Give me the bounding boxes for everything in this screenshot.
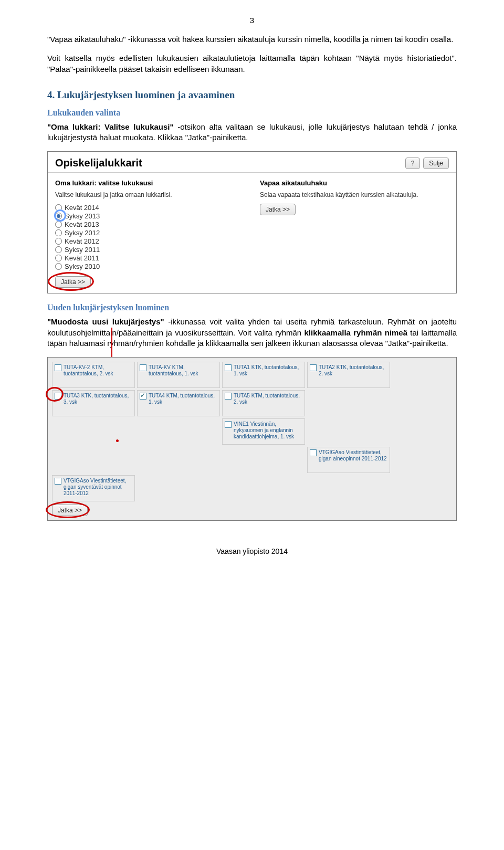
page-number: 3: [47, 16, 457, 25]
red-dot-annotation: [116, 439, 119, 442]
radio-label: Syksy 2010: [65, 263, 100, 270]
group-label[interactable]: VTGIGAao Viestintätieteet, gigan aineopi…: [319, 449, 387, 470]
group-cell: [222, 475, 305, 501]
group-cell[interactable]: VTGIGAao Viestintätieteet, gigan aineopi…: [307, 447, 390, 473]
radio-label: Kevät 2013: [65, 221, 99, 228]
radio-label: Kevät 2012: [65, 237, 99, 245]
radio-icon[interactable]: [55, 238, 62, 245]
section-4-heading: 4. Lukujärjestyksen luominen ja avaamine…: [47, 89, 457, 101]
jatka-button-2[interactable]: Jatka >>: [52, 505, 88, 516]
sub2-bold1: "Muodosta uusi lukujärjestys": [47, 317, 164, 326]
group-cell: [52, 418, 135, 445]
page-footer: Vaasan yliopisto 2014: [47, 547, 457, 555]
intro-paragraph-2: Voit katsella myös edellisten lukukausie…: [47, 53, 457, 75]
checkbox-icon[interactable]: [140, 364, 146, 371]
ss1-col1-desc: Valitse lukukausi ja jatka omaan lukkari…: [55, 191, 244, 198]
group-label[interactable]: VTGIGAso Viestintätieteet, gigan syventä…: [64, 478, 132, 499]
ss1-col1-header: Oma lukkari: valitse lukukausi: [55, 179, 244, 187]
semester-radio[interactable]: Syksy 2013: [55, 212, 244, 220]
sub1-paragraph: "Oma lukkari: Valitse lukukausi" -otsiko…: [47, 122, 457, 143]
group-label[interactable]: TUTA-KV KTM, tuotantotalous, 1. vsk: [149, 364, 217, 385]
group-cell: [222, 447, 305, 473]
group-cell: [137, 418, 220, 445]
radio-icon[interactable]: [55, 213, 62, 219]
semester-radio[interactable]: Syksy 2011: [55, 246, 244, 254]
ss1-title: Opiskelijalukkarit: [55, 157, 142, 169]
jatka-button-1[interactable]: Jatka >>: [55, 276, 91, 288]
help-button[interactable]: ?: [405, 158, 421, 169]
checkbox-icon[interactable]: [310, 364, 317, 371]
radio-label: Kevät 2011: [65, 254, 99, 262]
radio-icon[interactable]: [55, 246, 62, 253]
group-cell[interactable]: VTGIGAso Viestintätieteet, gigan syventä…: [52, 475, 135, 501]
radio-icon[interactable]: [55, 229, 62, 236]
subsection-lukukauden-valinta: Lukukauden valinta: [47, 108, 457, 118]
group-cell: [307, 390, 390, 416]
radio-label: Kevät 2014: [65, 204, 99, 212]
radio-label: Syksy 2013: [65, 212, 100, 220]
group-cell: [137, 475, 220, 501]
checkbox-icon[interactable]: [225, 421, 232, 428]
group-cell[interactable]: TUTA-KV-2 KTM, tuotantotalous, 2. vsk: [52, 362, 135, 388]
group-label[interactable]: TUTA4 KTM, tuotantotalous, 1. vsk: [149, 393, 217, 414]
radio-label: Syksy 2012: [65, 229, 100, 237]
semester-radio[interactable]: Syksy 2012: [55, 229, 244, 237]
sub2-paragraph: "Muodosta uusi lukujärjestys" -ikkunassa…: [47, 317, 457, 349]
jatka-button-col2[interactable]: Jatka >>: [260, 204, 296, 215]
group-cell[interactable]: TUTA4 KTM, tuotantotalous, 1. vsk: [137, 390, 220, 416]
group-cell: [307, 475, 390, 501]
radio-icon[interactable]: [55, 255, 62, 261]
close-button[interactable]: Sulje: [423, 158, 449, 169]
sub2-bold2: klikkaamalla ryhmän nimeä: [304, 328, 408, 337]
intro-paragraph-1: "Vapaa aikatauluhaku" -ikkunassa voit ha…: [47, 34, 457, 45]
screenshot-muodosta-lukujarjestys: TUTA-KV-2 KTM, tuotantotalous, 2. vskTUT…: [47, 357, 457, 521]
semester-radio-list: Kevät 2014Syksy 2013Kevät 2013Syksy 2012…: [55, 204, 244, 270]
group-cell: [307, 418, 390, 445]
group-cell: [137, 447, 220, 473]
group-label[interactable]: TUTA2 KTK, tuotantotalous, 2. vsk: [319, 364, 387, 385]
semester-radio[interactable]: Kevät 2014: [55, 204, 244, 212]
radio-icon[interactable]: [55, 204, 62, 211]
radio-icon[interactable]: [55, 221, 62, 228]
semester-radio[interactable]: Kevät 2011: [55, 254, 244, 262]
checkbox-icon[interactable]: [55, 364, 61, 371]
checkbox-icon[interactable]: [225, 393, 232, 400]
semester-radio[interactable]: Syksy 2010: [55, 263, 244, 270]
radio-icon[interactable]: [55, 263, 62, 270]
group-label[interactable]: TUTA1 KTK, tuotantotalous, 1. vsk: [234, 364, 302, 385]
checkbox-icon[interactable]: [55, 478, 61, 485]
semester-radio[interactable]: Kevät 2012: [55, 237, 244, 245]
group-cell: [52, 447, 135, 473]
group-cell[interactable]: TUTA-KV KTM, tuotantotalous, 1. vsk: [137, 362, 220, 388]
group-cell[interactable]: TUTA1 KTK, tuotantotalous, 1. vsk: [222, 362, 305, 388]
group-cell[interactable]: TUTA3 KTK, tuotantotalous, 3. vsk: [52, 390, 135, 416]
group-cell[interactable]: VINE1 Viestinnän, nykysuomen ja englanni…: [222, 418, 305, 445]
group-cell[interactable]: TUTA2 KTK, tuotantotalous, 2. vsk: [307, 362, 390, 388]
checkbox-icon[interactable]: [310, 449, 317, 456]
ss1-col2-desc: Selaa vapaata tekstihakua käyttäen kurss…: [260, 191, 449, 198]
group-label[interactable]: TUTA5 KTM, tuotantotalous, 2. vsk: [234, 393, 302, 414]
sub1-bold: "Oma lukkari: Valitse lukukausi": [47, 122, 174, 131]
checkbox-icon[interactable]: [140, 393, 146, 400]
screenshot-opiskelijalukkarit: Opiskelijalukkarit ? Sulje Oma lukkari: …: [47, 151, 457, 293]
semester-radio[interactable]: Kevät 2013: [55, 221, 244, 228]
radio-label: Syksy 2011: [65, 246, 100, 254]
group-label[interactable]: TUTA-KV-2 KTM, tuotantotalous, 2. vsk: [64, 364, 132, 385]
group-cell[interactable]: TUTA5 KTM, tuotantotalous, 2. vsk: [222, 390, 305, 416]
checkbox-icon[interactable]: [225, 364, 232, 371]
checkbox-icon[interactable]: [55, 393, 61, 400]
group-label[interactable]: TUTA3 KTK, tuotantotalous, 3. vsk: [64, 393, 132, 414]
subsection-uuden-luominen: Uuden lukujärjestyksen luominen: [47, 303, 457, 312]
group-label[interactable]: VINE1 Viestinnän, nykysuomen ja englanni…: [234, 421, 302, 442]
ss1-col2-header: Vapaa aikatauluhaku: [260, 179, 449, 187]
